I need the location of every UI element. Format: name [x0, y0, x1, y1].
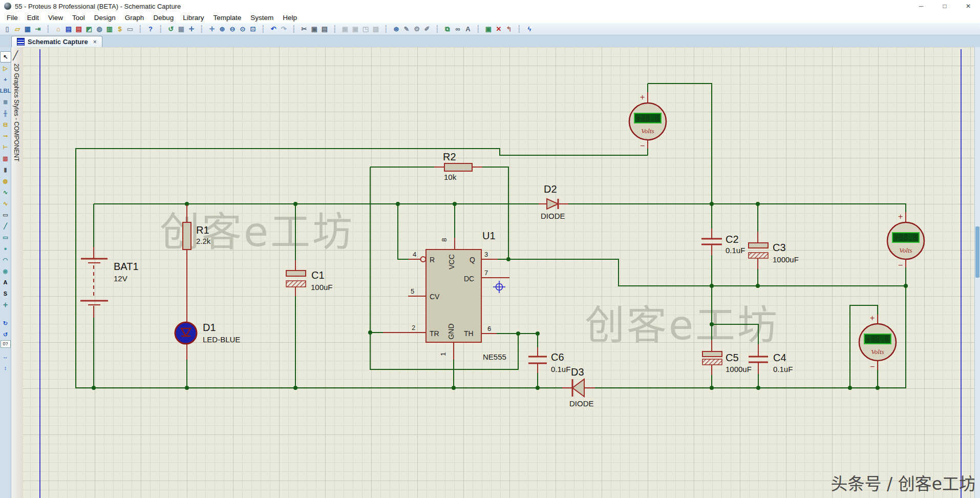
voltmeter-1[interactable]: +88.8 Volts + − [629, 92, 666, 150]
tab-close-icon[interactable]: × [93, 38, 97, 46]
component-capacitor-c3[interactable]: C3 1000uF [749, 232, 799, 269]
2d-marker-icon[interactable]: ✛ [0, 299, 11, 310]
zoom-in-icon[interactable]: ⊕ [217, 24, 227, 34]
schematic-capture-icon[interactable]: ▤ [63, 24, 74, 34]
rotate-anticlockwise-icon[interactable]: ↺ [0, 329, 11, 340]
component-diode-d2[interactable]: D2 DIODE [539, 183, 568, 220]
undo-icon[interactable]: ↶ [268, 24, 279, 34]
component-ne555-u1[interactable]: 4 3 7 5 2 6 8 1 R Q DC CV TR TH VCC GND … [383, 230, 509, 361]
help-icon[interactable]: ? [145, 24, 156, 34]
zoom-area-icon[interactable]: ⊡ [248, 24, 258, 34]
rotation-angle-field[interactable]: 0? [1, 340, 11, 348]
2d-arc-icon[interactable]: ◠ [0, 254, 11, 265]
text-script-mode-icon[interactable]: ≣ [0, 96, 11, 108]
grid-toggle-icon[interactable]: ▦ [176, 24, 186, 34]
maximize-button[interactable]: □ [933, 0, 956, 12]
component-resistor-r2[interactable]: R2 10k [434, 151, 482, 181]
mirror-horizontal-icon[interactable]: ↔ [0, 351, 11, 362]
new-sheet-icon[interactable]: ▣ [483, 24, 494, 34]
voltmeter-3[interactable]: +88.8 Volts + − [859, 314, 896, 371]
redo-icon[interactable]: ↷ [279, 24, 289, 34]
zoom-all-icon[interactable]: ⊙ [238, 24, 248, 34]
virtual-instruments-mode-icon[interactable]: ▭ [0, 209, 11, 220]
paste-icon[interactable]: ▤ [319, 24, 330, 34]
component-capacitor-c1[interactable]: C1 100uF [286, 260, 333, 296]
import-icon[interactable]: ⇥ [33, 24, 43, 34]
2d-line-icon[interactable]: ╱ [0, 220, 11, 232]
measure-icon[interactable]: ▭ [125, 24, 135, 34]
packaging-tool-icon[interactable]: ⚙ [412, 24, 422, 34]
terminals-mode-icon[interactable]: ⊸ [0, 130, 11, 141]
copy-icon[interactable]: ▣ [309, 24, 319, 34]
pan-icon[interactable]: ✛ [207, 24, 217, 34]
cut-icon[interactable]: ✂ [299, 24, 309, 34]
selection-mode-icon[interactable]: ↖ [0, 51, 11, 63]
menu-item[interactable]: Design [90, 13, 120, 23]
menu-item[interactable]: Graph [120, 13, 149, 23]
component-battery-bat1[interactable]: BAT1 12V [80, 247, 139, 318]
2d-text-icon[interactable]: A [0, 277, 11, 288]
search-tag-icon[interactable]: ∞ [453, 24, 463, 34]
device-pins-mode-icon[interactable]: ⊢ [0, 141, 11, 153]
remove-sheet-icon[interactable]: ✕ [494, 24, 504, 34]
refresh-icon[interactable]: ↺ [166, 24, 176, 34]
generator-mode-icon[interactable]: ◍ [0, 175, 11, 186]
electrical-check-icon[interactable]: ϟ [524, 24, 535, 34]
graph-mode-icon[interactable]: ▥ [0, 153, 11, 164]
menu-item[interactable]: Template [208, 13, 246, 23]
menu-item[interactable]: View [44, 13, 68, 23]
pcb-layout-icon[interactable]: ▤ [74, 24, 84, 34]
bom-icon[interactable]: $ [115, 24, 125, 34]
design-explorer-icon[interactable]: ▥ [104, 24, 115, 34]
3d-viewer-icon[interactable]: ◩ [84, 24, 94, 34]
menu-item[interactable]: System [246, 13, 278, 23]
menu-item[interactable]: File [2, 13, 23, 23]
graphics-styles-panel-tab[interactable]: ╱ 2D Graphics Styles - COMPONENT [11, 47, 24, 498]
gerber-viewer-icon[interactable]: ◍ [94, 24, 104, 34]
mirror-vertical-icon[interactable]: ↕ [0, 362, 11, 374]
menu-item[interactable]: Library [178, 13, 208, 23]
home-icon[interactable]: ⌂ [53, 24, 63, 34]
buses-mode-icon[interactable]: ╫ [0, 108, 11, 119]
2d-circle-icon[interactable]: ● [0, 243, 11, 254]
make-device-icon[interactable]: ✎ [401, 24, 412, 34]
block-copy-icon[interactable]: ▣ [340, 24, 350, 34]
menu-item[interactable]: Help [278, 13, 302, 23]
pick-parts-icon[interactable]: ⊛ [391, 24, 401, 34]
zoom-out-icon[interactable]: ⊖ [227, 24, 238, 34]
component-mode-icon[interactable]: ▷ [0, 63, 11, 74]
menu-item[interactable]: Debug [148, 13, 178, 23]
voltmeter-2[interactable]: +88.8 Volts + − [887, 212, 924, 269]
menu-item[interactable]: Tool [68, 13, 90, 23]
decompose-icon[interactable]: ✐ [422, 24, 432, 34]
block-rotate-icon[interactable]: ◳ [360, 24, 371, 34]
new-file-icon[interactable]: ▯ [2, 24, 12, 34]
rotate-clockwise-icon[interactable]: ↻ [0, 318, 11, 329]
current-probe-mode-icon[interactable]: ∿ [0, 198, 11, 209]
origin-icon[interactable]: ✛ [186, 24, 197, 34]
2d-path-icon[interactable]: ◉ [0, 265, 11, 277]
minimize-button[interactable]: ─ [909, 0, 933, 12]
component-led-d1[interactable]: D1 LED-BLUE [175, 322, 240, 360]
2d-symbol-icon[interactable]: S [0, 288, 11, 299]
subcircuit-mode-icon[interactable]: ⊟ [0, 119, 11, 130]
tape-recorder-mode-icon[interactable]: ▮ [0, 164, 11, 175]
property-assignment-icon[interactable]: A [463, 24, 473, 34]
block-move-icon[interactable]: ▣ [350, 24, 360, 34]
schematic-canvas[interactable]: 创客e工坊 创客e工坊 头条号 / 创客e工坊 [23, 47, 975, 498]
wire-autorouter-icon[interactable]: ⧉ [442, 24, 453, 34]
schematic-drawing[interactable]: 创客e工坊 创客e工坊 头条号 / 创客e工坊 [23, 47, 975, 498]
menu-item[interactable]: Edit [23, 13, 44, 23]
2d-box-icon[interactable]: ▭ [0, 232, 11, 243]
vertical-scrollbar[interactable] [974, 47, 980, 498]
junction-dot-mode-icon[interactable]: + [0, 74, 11, 85]
component-capacitor-c2[interactable]: C2 0.1uF [701, 229, 745, 255]
scrollbar-thumb[interactable] [975, 226, 979, 278]
goto-sheet-icon[interactable]: ↰ [504, 24, 514, 34]
component-capacitor-c4[interactable]: C4 0.1uF [749, 344, 793, 374]
tab-schematic-capture[interactable]: Schematic Capture × [11, 36, 102, 47]
open-folder-icon[interactable]: ▱ [12, 24, 23, 34]
block-delete-icon[interactable]: ▨ [371, 24, 381, 34]
wire-label-mode-icon[interactable]: LBL [0, 85, 11, 96]
component-capacitor-c6[interactable]: C6 0.1uF [528, 347, 570, 374]
